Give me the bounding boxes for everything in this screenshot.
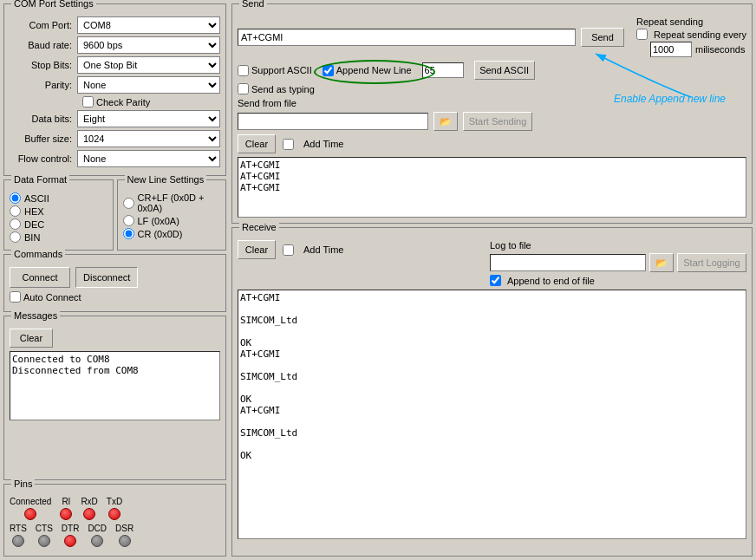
receive-title: Receive [239,222,279,232]
receive-line: OK [240,394,744,405]
buffer-size-label: Buffer size: [10,133,77,144]
data-format-title: Data Format [11,174,69,185]
send-log-line-2: AT+CGMI [240,171,744,182]
receive-line [240,303,744,315]
repeat-sending-section: Repeat sending Repeat sending every mili… [636,16,746,57]
receive-line [240,360,744,371]
receive-line: AT+CGMI [240,348,744,360]
newline-lf-label: LF (0x0A) [138,216,179,226]
log-file-input[interactable] [490,254,646,271]
pin-dsr: DSR [115,524,134,547]
receive-line: SIMCOM_Ltd [240,315,744,326]
data-format-ascii-radio[interactable] [10,192,21,204]
repeat-interval-input[interactable] [650,42,692,57]
send-log-line-3: AT+CGMI [240,182,744,193]
log-file-browse-button[interactable]: 📂 [649,253,674,272]
send-file-browse-button[interactable]: 📂 [433,112,458,131]
messages-clear-button[interactable]: Clear [10,329,53,348]
newline-lf-radio[interactable] [123,215,134,226]
pin-ri-led [60,508,72,520]
send-command-input[interactable] [238,29,576,46]
send-as-typing-label: Send as typing [251,84,315,94]
pins-title: Pins [11,479,35,489]
pin-dcd-led [91,535,103,547]
connect-button[interactable]: Connect [10,267,70,288]
baud-rate-select[interactable]: 9600 bps [77,36,220,54]
messages-title: Messages [11,310,60,321]
support-ascii-label: Support ASCII [251,65,312,75]
send-button[interactable]: Send [581,28,624,47]
pin-dsr-led [119,535,131,547]
newline-crlf-label: CR+LF (0x0D + 0x0A) [138,192,221,213]
receive-line [240,416,744,427]
receive-line: AT+CGMI [240,292,744,303]
data-format-hex-label: HEX [24,206,44,217]
append-new-line-checkbox[interactable] [323,65,334,76]
check-parity-label: Check Parity [96,97,150,107]
stop-bits-label: Stop Bits: [10,60,77,70]
pin-dsr-label: DSR [115,524,134,533]
log-to-file-label: Log to file [490,240,746,251]
data-format-dec-radio[interactable] [10,218,21,230]
newline-cr-radio[interactable] [123,228,134,239]
data-format-hex-radio[interactable] [10,205,21,217]
pin-connected-label: Connected [10,497,51,506]
com-port-settings-box: COM Port Settings Com Port: COM8 Baud ra… [3,3,226,176]
com-port-label: Com Port: [10,20,77,30]
repeat-sending-checkbox[interactable] [636,29,648,40]
data-format-bin-radio[interactable] [10,231,21,243]
repeat-sending-label: Repeat sending [636,16,746,27]
check-parity-checkbox[interactable] [82,96,94,107]
receive-text-area: AT+CGMI SIMCOM_Ltd OK AT+CGMI SIMCOM_Ltd… [238,290,746,539]
pin-connected-led [24,508,36,520]
receive-line [240,439,744,450]
receive-line: OK [240,450,744,461]
receive-clear-button[interactable]: Clear [238,240,276,259]
send-file-input[interactable] [238,113,428,130]
append-to-file-checkbox[interactable] [490,275,501,286]
pin-dcd-label: DCD [88,524,107,533]
data-format-dec-label: DEC [24,219,44,230]
pin-cts: CTS [36,524,53,547]
send-title: Send [239,0,267,9]
start-logging-button[interactable]: Start Logging [677,253,746,272]
com-port-select[interactable]: COM8 [77,16,220,34]
send-from-file-label: Send from file [238,98,297,108]
receive-line: AT+CGMI [240,405,744,416]
auto-connect-checkbox[interactable] [10,291,21,303]
send-as-typing-checkbox[interactable] [238,83,249,94]
parity-label: Parity: [10,80,77,90]
pin-txd-label: TxD [107,497,122,506]
data-format-ascii-label: ASCII [24,193,49,204]
send-add-time-checkbox[interactable] [283,139,294,150]
receive-box: Receive Clear Add Time Log to file 📂 [231,227,753,557]
pin-rxd: RxD [81,497,97,520]
pin-cts-label: CTS [36,524,53,533]
pin-rxd-label: RxD [81,497,97,506]
commands-title: Commands [11,249,65,259]
pin-txd-led [108,508,121,520]
disconnect-button[interactable]: Disconnect [75,267,138,288]
append-to-file-label: Append to end of file [507,276,595,286]
pin-rts-label: RTS [10,524,27,533]
send-ascii-button[interactable]: Send ASCII [474,61,535,80]
send-box: Send Send Repeat sending Repeat sending … [231,3,753,224]
messages-textarea[interactable]: Connected to COM8 Disconnected from COM8 [10,351,220,420]
messages-box: Messages Clear Connected to COM8 Disconn… [3,316,226,480]
ascii-value-input[interactable] [422,62,464,78]
buffer-size-select[interactable]: 1024 [77,130,220,147]
start-sending-button[interactable]: Start Sending [463,112,532,131]
pin-dtr: DTR [62,524,80,547]
baud-rate-label: Baud rate: [10,40,77,50]
newline-crlf-radio[interactable] [123,198,134,209]
repeat-every-label: Repeat sending every [654,29,746,40]
data-format-box: Data Format ASCII HEX DEC BIN [3,179,114,251]
stop-bits-select[interactable]: One Stop Bit [77,56,220,74]
flow-control-select[interactable]: None [77,150,220,167]
data-bits-select[interactable]: Eight [77,110,220,127]
receive-add-time-checkbox[interactable] [283,244,294,256]
send-clear-button[interactable]: Clear [238,134,276,153]
support-ascii-checkbox[interactable] [238,65,249,76]
parity-select[interactable]: None [77,76,220,94]
new-line-settings-title: New Line Settings [125,174,207,185]
